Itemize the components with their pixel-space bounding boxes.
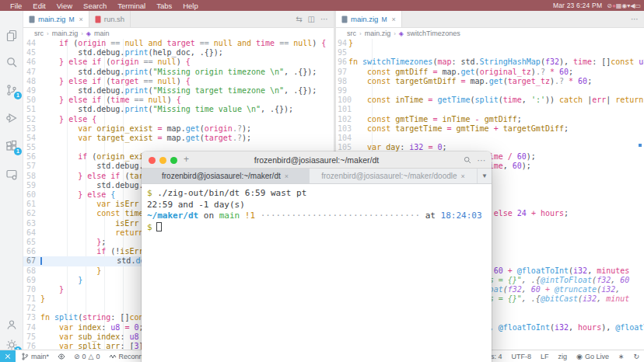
tab-label: run.sh (104, 15, 124, 23)
code-line[interactable]: 101 (336, 105, 644, 114)
line-number: 103 (336, 124, 348, 134)
menu-item-view[interactable]: View (51, 2, 78, 10)
editor-actions[interactable]: ⋯ (625, 11, 644, 27)
terminal-tab-doodle[interactable]: frozenbird@josiasaurel:~/maker/doodle × (310, 169, 478, 183)
menu-item-terminal[interactable]: Terminal (112, 2, 151, 10)
terminal-tab-dt[interactable]: frozenbird@josiasaurel:~/maker/dt × (142, 169, 310, 183)
line-number: 57 (23, 162, 40, 171)
tab-main-zig-right[interactable]: main.zig M × (336, 11, 402, 27)
code-line[interactable]: 47 std.debug.print("Missing origin timez… (23, 68, 334, 77)
mute-icon[interactable]: ⊘ (607, 2, 612, 9)
run-debug-icon[interactable] (5, 112, 18, 124)
source-control-icon[interactable]: 1 (5, 84, 18, 96)
line-number: 74 (23, 323, 40, 332)
account-icon[interactable] (5, 318, 18, 331)
code-line[interactable]: 49 std.debug.print("Missing target timez… (23, 86, 334, 96)
breadcrumb[interactable]: src›main.zig›◈switchTimezones (336, 28, 644, 39)
line-number: 51 (23, 105, 40, 114)
terminal-tab-close-icon[interactable]: × (285, 172, 289, 180)
breadcrumb-separator: › (47, 30, 49, 37)
code-line[interactable]: 104 (336, 134, 644, 143)
close-traffic-light[interactable] (149, 157, 156, 164)
left-tabstrip: main.zig M × run.sh ⇆◫⋯ (23, 11, 334, 28)
line-number: 66 (23, 247, 40, 256)
go-live-button[interactable]: ◉Go Live (576, 353, 609, 360)
code-text (348, 134, 644, 143)
status-encoding[interactable]: UTF-8 (511, 353, 531, 360)
code-line[interactable]: 96fn switchTimezones(map: std.StringHash… (336, 57, 644, 67)
code-line[interactable]: 53 var origin_exist = map.get(origin.?); (23, 124, 334, 134)
code-line[interactable]: 45 std.debug.print(help_doc, .{}); (23, 48, 334, 57)
new-tab-button[interactable]: + (184, 154, 189, 165)
breadcrumb-item[interactable]: src (347, 30, 356, 37)
breadcrumb[interactable]: src›main.zig›◈main (23, 28, 334, 39)
code-line[interactable]: 94} (336, 39, 644, 48)
code-line[interactable]: 103 const targetTime = gmtTime + targetG… (336, 124, 644, 134)
status-extra-icon[interactable]: ∗ (618, 353, 625, 360)
terminal-search-icon[interactable] (464, 156, 471, 164)
code-line[interactable]: 100 const inTime = getTime(split(time, '… (336, 96, 644, 105)
code-line[interactable]: 102 const gmtTime = inTime - gmtDiff; (336, 115, 644, 124)
terminal-tab-close-icon[interactable]: × (461, 172, 465, 180)
tab-close-icon[interactable]: × (391, 16, 395, 23)
extensions-icon[interactable]: 1 (5, 140, 18, 152)
status-sync-icon[interactable]: ↻ (633, 353, 639, 360)
line-number: 73 (23, 313, 40, 322)
breadcrumb-item[interactable]: main (94, 30, 110, 37)
tab-close-icon[interactable]: × (79, 16, 82, 23)
breadcrumb-item[interactable]: main.zig (365, 30, 391, 37)
editor-actions[interactable]: ⇆◫⋯ (290, 11, 334, 27)
code-line[interactable]: 51 std.debug.print("Missing time value \… (23, 105, 334, 114)
code-line[interactable]: 98 const targetGmtDiff = map.get(target_… (336, 77, 644, 86)
code-line[interactable]: 95 (336, 48, 644, 57)
code-line[interactable]: 50 } else if (time == null) { (23, 96, 334, 105)
search-icon[interactable] (5, 56, 18, 68)
status-language-mode[interactable]: zig (558, 353, 568, 360)
menu-item-edit[interactable]: Edit (27, 2, 51, 10)
code-line[interactable]: 99 (336, 86, 644, 96)
app-dot-icon[interactable]: ● (612, 2, 616, 9)
tab-run-sh[interactable]: run.sh (89, 11, 131, 27)
tab-main-zig[interactable]: main.zig M × (23, 11, 89, 27)
editor-action-icon[interactable]: ◫ (308, 15, 315, 23)
terminal-tab-dropdown-icon[interactable]: ▼ (478, 169, 492, 183)
code-line[interactable]: 48 } else if (target == null) { (23, 77, 334, 86)
menu-item-file[interactable]: File (5, 2, 27, 10)
code-line[interactable]: 44 if (origin == null and target == null… (23, 39, 334, 48)
overview-ruler-marker (639, 144, 642, 147)
menu-item-search[interactable]: Search (78, 2, 112, 10)
problems-item[interactable]: ⊘ 0 △ 0 (74, 353, 100, 360)
modified-indicator: M (381, 16, 387, 23)
battery-icon[interactable]: ▭ (635, 2, 641, 9)
git-branch-item[interactable]: main* (21, 353, 49, 360)
code-text: const inTime = getTime(split(time, ':'))… (348, 96, 644, 105)
gitlens-eye-item[interactable] (58, 353, 65, 360)
line-number: 52 (23, 115, 40, 124)
breadcrumb-item[interactable]: switchTimezones (407, 30, 460, 37)
remote-indicator[interactable] (0, 350, 16, 362)
menu-items: FileEditViewSearchTerminalTabsHelp (0, 2, 204, 10)
code-line[interactable]: 97 const gmtDiff = map.get(original_tz).… (336, 68, 644, 77)
terminal-content[interactable]: $ ./zig-out/bin/dt 6:59 wast pt22:59 and… (142, 184, 492, 237)
status-eol[interactable]: LF (541, 353, 549, 360)
menu-item-help[interactable]: Help (177, 2, 204, 10)
terminal-more-icon[interactable]: ⋯ (478, 155, 486, 165)
code-line[interactable]: 46 } else if (origin == null) { (23, 57, 334, 67)
breadcrumb-item[interactable]: src (34, 30, 44, 37)
minimize-traffic-light[interactable] (159, 157, 166, 164)
editor-action-icon[interactable]: ⇆ (296, 15, 302, 23)
modified-indicator: M (68, 16, 74, 23)
zoom-traffic-light[interactable] (170, 157, 177, 164)
remote-explorer-icon[interactable] (5, 168, 18, 180)
editor-action-icon[interactable]: ⋯ (320, 15, 328, 23)
code-line[interactable]: 54 var target_exist = map.get(target.?); (23, 134, 334, 143)
code-text: if (origin == null and target == null an… (40, 39, 334, 48)
terminal-cursor (156, 222, 162, 231)
menu-item-tabs[interactable]: Tabs (151, 2, 177, 10)
explorer-icon[interactable] (5, 30, 18, 42)
editor-action-icon[interactable]: ⋯ (631, 15, 639, 23)
breadcrumb-item[interactable]: main.zig (52, 30, 79, 37)
code-line[interactable]: 52 } else { (23, 115, 334, 124)
terminal-titlebar[interactable]: + frozenbird@josiasaurel:~/maker/dt ⋯ (142, 151, 492, 169)
terminal-window[interactable]: + frozenbird@josiasaurel:~/maker/dt ⋯ fr… (142, 151, 492, 362)
